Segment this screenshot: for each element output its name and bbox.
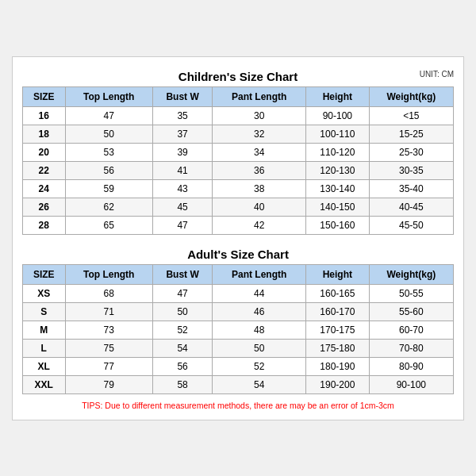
table-cell: 50 bbox=[213, 339, 306, 357]
table-cell: 54 bbox=[213, 375, 306, 393]
table-cell: 120-130 bbox=[306, 161, 370, 179]
table-cell: 54 bbox=[152, 339, 213, 357]
table-cell: 52 bbox=[152, 321, 213, 339]
table-cell: 34 bbox=[213, 143, 306, 161]
table-row: L755450175-18070-80 bbox=[23, 339, 454, 357]
table-row: 28654742150-16045-50 bbox=[23, 216, 454, 234]
table-cell: 58 bbox=[152, 375, 213, 393]
table-row: XL775652180-19080-90 bbox=[23, 357, 454, 375]
table-row: XS684744160-16550-55 bbox=[23, 284, 454, 302]
table-cell: 44 bbox=[213, 284, 306, 302]
table-cell: 53 bbox=[65, 143, 152, 161]
children-col-size: SIZE bbox=[23, 86, 66, 106]
adults-title: Adult's Size Chart bbox=[22, 243, 454, 264]
table-cell: 38 bbox=[213, 179, 306, 198]
table-cell: 35-40 bbox=[369, 179, 453, 198]
table-cell: 26 bbox=[23, 198, 66, 216]
children-col-bust: Bust W bbox=[152, 86, 213, 106]
table-row: XXL795854190-20090-100 bbox=[23, 375, 454, 393]
children-title: Children's Size Chart UNIT: CM bbox=[22, 65, 454, 86]
table-cell: 40-45 bbox=[369, 198, 453, 216]
table-cell: 175-180 bbox=[306, 339, 370, 357]
table-row: 26624540140-15040-45 bbox=[23, 198, 454, 216]
adults-title-text: Adult's Size Chart bbox=[187, 248, 289, 261]
table-cell: 25-30 bbox=[369, 143, 453, 161]
table-cell: XXL bbox=[23, 375, 66, 393]
adults-header-row: SIZE Top Length Bust W Pant Length Heigh… bbox=[23, 264, 454, 284]
table-cell: 110-120 bbox=[306, 143, 370, 161]
table-cell: 190-200 bbox=[306, 375, 370, 393]
table-cell: 60-70 bbox=[369, 321, 453, 339]
chart-container: Children's Size Chart UNIT: CM SIZE Top … bbox=[12, 56, 464, 420]
children-col-pant: Pant Length bbox=[213, 86, 306, 106]
table-cell: XS bbox=[23, 284, 66, 302]
table-cell: 40 bbox=[213, 198, 306, 216]
children-title-text: Children's Size Chart bbox=[178, 70, 298, 83]
table-cell: M bbox=[23, 321, 66, 339]
adults-col-weight: Weight(kg) bbox=[369, 264, 453, 284]
table-cell: 15-25 bbox=[369, 125, 453, 143]
table-cell: 46 bbox=[213, 302, 306, 321]
table-cell: 68 bbox=[65, 284, 152, 302]
table-cell: 56 bbox=[65, 161, 152, 179]
table-cell: 180-190 bbox=[306, 357, 370, 375]
table-cell: 37 bbox=[152, 125, 213, 143]
table-cell: 16 bbox=[23, 106, 66, 125]
table-cell: 73 bbox=[65, 321, 152, 339]
table-cell: 80-90 bbox=[369, 357, 453, 375]
table-cell: 56 bbox=[152, 357, 213, 375]
table-cell: 42 bbox=[213, 216, 306, 234]
table-cell: 18 bbox=[23, 125, 66, 143]
table-cell: 71 bbox=[65, 302, 152, 321]
table-cell: 47 bbox=[152, 284, 213, 302]
table-cell: 79 bbox=[65, 375, 152, 393]
children-table: SIZE Top Length Bust W Pant Length Heigh… bbox=[22, 86, 454, 235]
table-cell: 32 bbox=[213, 125, 306, 143]
table-cell: 39 bbox=[152, 143, 213, 161]
table-cell: 52 bbox=[213, 357, 306, 375]
adults-col-pant: Pant Length bbox=[213, 264, 306, 284]
table-cell: 50 bbox=[65, 125, 152, 143]
table-cell: 45-50 bbox=[369, 216, 453, 234]
table-cell: 30-35 bbox=[369, 161, 453, 179]
children-col-top-length: Top Length bbox=[65, 86, 152, 106]
children-header-row: SIZE Top Length Bust W Pant Length Heigh… bbox=[23, 86, 454, 106]
table-cell: XL bbox=[23, 357, 66, 375]
table-cell: 100-110 bbox=[306, 125, 370, 143]
table-cell: 65 bbox=[65, 216, 152, 234]
table-row: M735248170-17560-70 bbox=[23, 321, 454, 339]
table-cell: 170-175 bbox=[306, 321, 370, 339]
table-row: 22564136120-13030-35 bbox=[23, 161, 454, 179]
tips-text: TIPS: Due to different measurement metho… bbox=[22, 401, 454, 410]
table-cell: 90-100 bbox=[306, 106, 370, 125]
table-cell: 130-140 bbox=[306, 179, 370, 198]
table-cell: 30 bbox=[213, 106, 306, 125]
table-cell: 75 bbox=[65, 339, 152, 357]
table-cell: L bbox=[23, 339, 66, 357]
adults-col-size: SIZE bbox=[23, 264, 66, 284]
table-cell: 90-100 bbox=[369, 375, 453, 393]
table-cell: 24 bbox=[23, 179, 66, 198]
table-cell: 48 bbox=[213, 321, 306, 339]
table-cell: 62 bbox=[65, 198, 152, 216]
table-cell: 45 bbox=[152, 198, 213, 216]
unit-label: UNIT: CM bbox=[420, 70, 454, 79]
table-cell: 150-160 bbox=[306, 216, 370, 234]
table-cell: 55-60 bbox=[369, 302, 453, 321]
children-col-weight: Weight(kg) bbox=[369, 86, 453, 106]
table-cell: 50 bbox=[152, 302, 213, 321]
table-row: 18503732100-11015-25 bbox=[23, 125, 454, 143]
table-cell: 43 bbox=[152, 179, 213, 198]
table-row: 24594338130-14035-40 bbox=[23, 179, 454, 198]
adults-table: SIZE Top Length Bust W Pant Length Heigh… bbox=[22, 264, 454, 394]
table-cell: S bbox=[23, 302, 66, 321]
table-cell: 77 bbox=[65, 357, 152, 375]
table-cell: 28 bbox=[23, 216, 66, 234]
table-cell: 140-150 bbox=[306, 198, 370, 216]
table-cell: 70-80 bbox=[369, 339, 453, 357]
table-cell: 41 bbox=[152, 161, 213, 179]
table-row: S715046160-17055-60 bbox=[23, 302, 454, 321]
table-cell: 35 bbox=[152, 106, 213, 125]
table-cell: 36 bbox=[213, 161, 306, 179]
children-col-height: Height bbox=[306, 86, 370, 106]
